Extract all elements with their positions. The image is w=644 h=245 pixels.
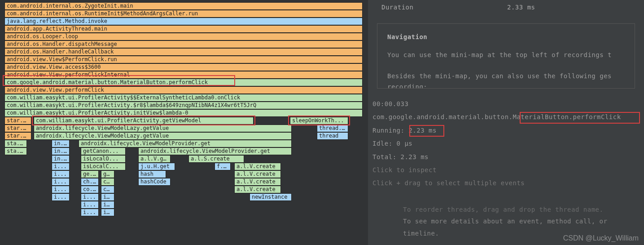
flame-frame[interactable]: thread (317, 132, 348, 140)
flame-frame[interactable]: i... (81, 193, 99, 201)
flame-frame[interactable]: c... (101, 186, 114, 193)
duration-label: Duration (381, 4, 507, 11)
duration-value: 2.33 ms (507, 4, 535, 11)
details-panel: Duration 2.33 ms Navigation You can use … (368, 0, 644, 245)
flame-frame[interactable]: sleepOnWorkTh... (290, 117, 348, 125)
flame-frame[interactable]: star... (4, 125, 31, 132)
flame-frame[interactable]: com.android.internal.os.RuntimeInit$Meth… (4, 10, 363, 18)
flame-frame[interactable]: android.os.Handler.handleCallback (4, 48, 363, 56)
flame-frame[interactable]: getCanon... (81, 147, 126, 155)
flame-frame[interactable]: i... (101, 209, 114, 216)
flame-frame[interactable]: android.view.View.access$3600 (4, 63, 363, 71)
tooltip-time: 00:00.033 (372, 98, 640, 111)
running-value: 2.23 ms (408, 127, 437, 134)
flame-frame[interactable]: sta... (4, 140, 27, 147)
hover-tooltip: 00:00.033 com.google.android.material.bu… (372, 98, 640, 190)
flame-frame[interactable]: com.google.android.material.button.Mater… (4, 79, 363, 86)
nav-text-3: recording: (387, 82, 625, 89)
flame-frame[interactable]: androidx.lifecycle.ViewModelLazy.getValu… (34, 125, 292, 132)
flame-frame[interactable]: android.view.View$PerformClick.run (4, 56, 363, 63)
flame-frame[interactable]: i... (52, 163, 70, 170)
flame-frame[interactable]: a.l.V.create (234, 186, 281, 193)
flame-frame[interactable]: com.android.internal.os.ZygoteInit.main (4, 2, 363, 10)
flame-frame[interactable]: androidx.lifecycle.ViewModelProvider.get (138, 147, 292, 155)
flame-frame[interactable]: a.l.V.create (234, 170, 281, 178)
flame-frame[interactable]: isLocalC... (81, 163, 126, 170)
flame-frame[interactable]: i... (81, 209, 99, 216)
flame-frame[interactable]: g... (101, 170, 114, 178)
flame-frame[interactable]: a.l.V.get (138, 155, 171, 163)
flame-frame[interactable]: android.view.View.performClick (4, 86, 363, 94)
flame-chart-panel[interactable]: com.android.internal.os.ZygoteInit.mainc… (0, 0, 368, 245)
nav-title: Navigation (387, 32, 625, 43)
flame-frame[interactable]: android.os.Handler.dispatchMessage (4, 40, 363, 48)
running-label: Running: (372, 127, 404, 134)
nav-text-2: Besides the mini-map, you can also use t… (387, 71, 625, 82)
footer-line-1: To reorder threads, drag and drop the th… (403, 204, 635, 216)
flame-frame[interactable]: co... (81, 186, 99, 193)
flame-frame[interactable]: ch... (81, 178, 99, 186)
flame-frame[interactable]: hashCode (138, 178, 171, 186)
flame-frame[interactable]: com.william.easykt.ui.ProfilerActivity.i… (4, 109, 363, 117)
flame-frame[interactable]: android.os.Looper.loop (4, 33, 363, 40)
flame-frame[interactable]: newInstance (250, 193, 292, 201)
navigation-help-box: Navigation You can use the mini-map at t… (377, 23, 635, 89)
flame-frame[interactable]: i... (101, 201, 114, 209)
idle-value: Idle: 0 μs (372, 137, 640, 150)
tooltip-hint-1: Click to inspect (372, 164, 640, 177)
duration-row: Duration 2.33 ms (381, 4, 631, 11)
flame-frame[interactable]: j.u.H.get (138, 163, 175, 170)
flame-frame[interactable]: a.l.V.create (234, 163, 281, 170)
flame-frame[interactable]: i... (81, 201, 99, 209)
flame-frame[interactable]: star... (4, 132, 31, 140)
flame-frame[interactable]: in... (52, 140, 70, 147)
flame-frame[interactable]: i... (52, 170, 70, 178)
flame-frame[interactable]: hash (138, 170, 166, 178)
flame-frame[interactable]: i... (52, 186, 70, 193)
flame-frame[interactable]: a.l.V.create (234, 178, 281, 186)
flame-frame[interactable]: thread... (317, 125, 348, 132)
flame-frame[interactable]: com.william.easykt.ui.ProfilerActivity.g… (34, 117, 254, 125)
nav-text-1: You can use the mini-map at the top left… (387, 50, 625, 61)
flame-frame[interactable]: android.app.ActivityThread.main (4, 25, 363, 33)
flame-frame[interactable]: androidx.lifecycle.ViewModelLazy.getValu… (34, 132, 292, 140)
tooltip-hint-2: Click + drag to select multiple events (372, 177, 640, 190)
flame-frame[interactable]: com.william.easykt.ui.ProfilerActivity$$… (4, 94, 363, 102)
flame-frame[interactable]: i... (52, 178, 70, 186)
flame-frame[interactable]: isLocalO... (81, 155, 126, 163)
tooltip-method-prefix: com.google.android.material.button. (372, 113, 513, 120)
footer-line-2: To see more details about an event, meth… (403, 215, 635, 227)
flame-frame[interactable]: in... (52, 147, 70, 155)
flame-frame[interactable]: in... (52, 155, 70, 163)
flame-frame[interactable]: com.william.easykt.ui.ProfilerActivity.$… (4, 102, 363, 109)
flame-frame[interactable]: sta... (4, 147, 27, 155)
total-value: Total: 2.23 ms (372, 151, 640, 164)
flame-frame[interactable]: ge... (81, 170, 99, 178)
flame-frame[interactable]: androidx.lifecycle.ViewModelProvider.get (79, 140, 292, 147)
watermark: CSDN @Lucky_William (563, 234, 639, 242)
flame-frame[interactable]: java.lang.reflect.Method.invoke (4, 18, 363, 25)
tooltip-method-highlight: MaterialButton.performClick (513, 113, 621, 120)
flame-frame[interactable]: android.view.View.performClickInternal (4, 71, 363, 79)
flame-frame[interactable]: star... (4, 117, 31, 125)
flame-frame[interactable]: a.l.S.create (188, 155, 244, 163)
flame-frame[interactable]: c... (101, 178, 114, 186)
flame-frame[interactable]: i... (52, 193, 70, 201)
flame-frame[interactable]: i... (101, 193, 114, 201)
flame-frame[interactable]: f... (215, 163, 231, 170)
